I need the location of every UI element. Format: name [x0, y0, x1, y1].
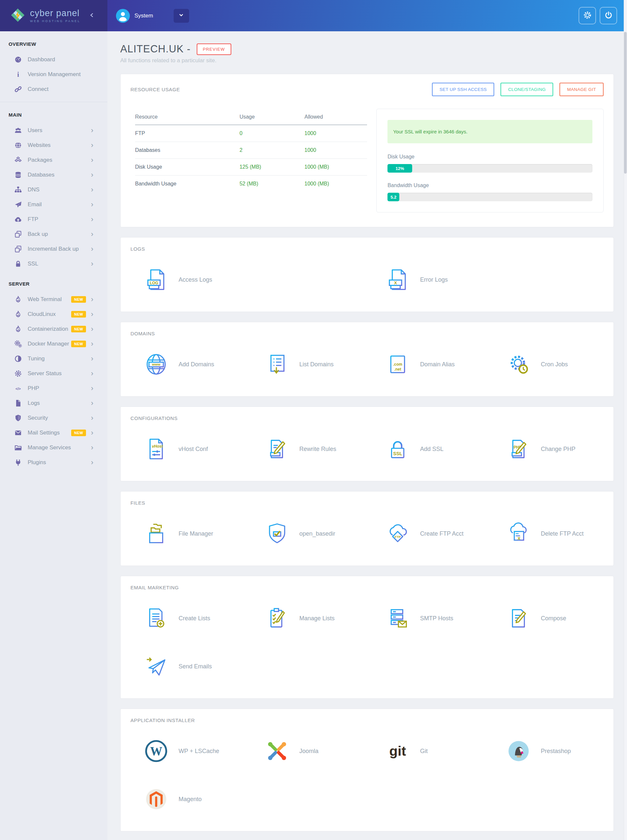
database-icon — [13, 171, 23, 179]
feature-compose[interactable]: Compose — [493, 594, 614, 642]
lock-icon — [13, 260, 23, 268]
column-header: Resource — [135, 110, 239, 125]
sidebar-item-websites[interactable]: Websites› — [0, 138, 107, 153]
disk-usage-label: Disk Usage — [388, 154, 592, 160]
feature-add-ssl[interactable]: SSLAdd SSL — [372, 425, 493, 473]
feature-label: Delete FTP Acct — [541, 530, 584, 537]
table-cell: Disk Usage — [135, 159, 239, 176]
sidebar-collapse-button[interactable] — [88, 11, 96, 20]
feature-list-domains[interactable]: List Domains — [251, 340, 372, 389]
feature-access-logs[interactable]: LOGAccess Logs — [131, 256, 251, 304]
joomla-icon — [265, 739, 289, 763]
sidebar-item-incremental-back-up[interactable]: Incremental Back up› — [0, 241, 107, 256]
sidebar-item-dashboard[interactable]: Dashboard — [0, 52, 107, 67]
create-lists-icon — [144, 606, 168, 630]
sidebar-section: MAINUsers›Websites›Packages›Databases›DN… — [0, 102, 107, 271]
plug-icon — [13, 459, 23, 466]
sidebar-item-cloudlinux[interactable]: CloudLinuxNEW› — [0, 307, 107, 321]
sidebar-item-security[interactable]: Security› — [0, 411, 107, 425]
wordpress-icon: W — [144, 739, 168, 763]
change-php-icon: PHP — [507, 437, 531, 461]
feature-create-lists[interactable]: Create Lists — [131, 594, 251, 642]
feature-grid: LOGAccess LogsXError Logs — [131, 252, 613, 304]
sidebar-item-plugins[interactable]: Plugins› — [0, 455, 107, 470]
table-cell: 2 — [239, 142, 304, 159]
disk-usage-bar: 12% — [388, 164, 592, 173]
feature-label: Access Logs — [179, 276, 212, 283]
sidebar-item-ssl[interactable]: SSL› — [0, 256, 107, 271]
feature-prestashop[interactable]: Prestashop — [493, 727, 614, 775]
sidebar-item-dns[interactable]: DNS› — [0, 182, 107, 197]
feature-send-emails[interactable]: Send Emails — [131, 642, 251, 691]
user-menu[interactable]: System — [116, 9, 153, 23]
sidebar-item-containerization[interactable]: ContainerizationNEW› — [0, 321, 107, 336]
svg-text:FTP: FTP — [395, 535, 401, 539]
open-basedir-icon — [265, 522, 289, 546]
section-card-files: FILESFile Manageropen_basedirFTPCreate F… — [120, 491, 614, 566]
page-title: ALITECH.UK - — [120, 43, 191, 55]
resource-action-buttons: SET UP SSH ACCESSCLONE/STAGINGMANAGE GIT — [432, 83, 603, 96]
feature-smtp-hosts[interactable]: SMTP Hosts — [372, 594, 493, 642]
sidebar-item-back-up[interactable]: Back up› — [0, 227, 107, 241]
feature-manage-lists[interactable]: Manage Lists — [251, 594, 372, 642]
feature-file-manager[interactable]: File Manager — [131, 510, 251, 558]
settings-button[interactable] — [578, 7, 596, 24]
fire-icon — [13, 325, 23, 333]
sidebar-item-web-terminal[interactable]: Web TerminalNEW› — [0, 292, 107, 307]
column-header: Allowed — [304, 110, 367, 125]
feature-add-domains[interactable]: wwwAdd Domains — [131, 340, 251, 389]
clone-staging-button[interactable]: CLONE/STAGING — [501, 83, 553, 96]
logout-button[interactable] — [600, 7, 617, 24]
sidebar-item-tuning[interactable]: Tuning› — [0, 351, 107, 366]
sidebar-item-server-status[interactable]: Server Status› — [0, 366, 107, 381]
sidebar-item-ftp[interactable]: FTP› — [0, 212, 107, 227]
sidebar-item-manage-services[interactable]: Manage Services› — [0, 440, 107, 455]
feature-open-basedir[interactable]: open_basedir — [251, 510, 372, 558]
table-row: Bandwidth Usage52 (MB)1000 (MB) — [135, 176, 367, 192]
sidebar-item-label: Logs — [28, 400, 40, 406]
sidebar-item-connect[interactable]: Connect — [0, 82, 107, 96]
feature-grid: Create ListsManage ListsSMTP HostsCompos… — [131, 590, 613, 691]
scrollbar-thumb[interactable] — [624, 32, 627, 174]
feature-error-logs[interactable]: XError Logs — [372, 256, 493, 304]
feature-joomla[interactable]: Joomla — [251, 727, 372, 775]
sidebar-item-version-management[interactable]: iVersion Management — [0, 67, 107, 82]
sidebar-item-label: DNS — [28, 186, 39, 193]
feature-vhost-conf[interactable]: vHostvHost Conf — [131, 425, 251, 473]
sidebar-item-packages[interactable]: Packages› — [0, 153, 107, 167]
sidebar-item-logs[interactable]: Logs› — [0, 396, 107, 411]
feature-domain-alias[interactable]: .com.netDomain Alias — [372, 340, 493, 389]
manage-git-button[interactable]: MANAGE GIT — [559, 83, 603, 96]
fire-icon — [13, 296, 23, 304]
feature-git[interactable]: gitGit — [372, 727, 493, 775]
sidebar-item-mail-settings[interactable]: Mail SettingsNEW› — [0, 425, 107, 440]
sidebar-item-docker-manager[interactable]: Docker ManagerNEW› — [0, 336, 107, 351]
feature-wp-lscache[interactable]: WWP + LSCache — [131, 727, 251, 775]
preview-button[interactable]: PREVIEW — [197, 44, 231, 55]
feature-label: Send Emails — [179, 663, 212, 670]
feature-change-php[interactable]: PHPChange PHP — [493, 425, 614, 473]
feature-cron-jobs[interactable]: Cron Jobs — [493, 340, 614, 389]
sidebar-item-php[interactable]: </>PHP› — [0, 381, 107, 396]
sidebar-item-databases[interactable]: Databases› — [0, 167, 107, 182]
link-icon — [13, 85, 23, 93]
feature-grid: wwwAdd DomainsList Domains.com.netDomain… — [131, 336, 613, 389]
bandwidth-usage-fill: 5.2 — [388, 193, 399, 201]
sidebar-item-label: Server Status — [28, 370, 61, 377]
svg-text:SSL: SSL — [393, 451, 402, 456]
set-up-ssh-access-button[interactable]: SET UP SSH ACCESS — [432, 83, 494, 96]
feature-create-ftp-acct[interactable]: FTPCreate FTP Acct — [372, 510, 493, 558]
svg-text:X: X — [517, 536, 520, 541]
user-menu-dropdown-button[interactable] — [173, 9, 189, 23]
scrollbar[interactable] — [624, 0, 627, 840]
feature-label: Create FTP Acct — [420, 530, 463, 537]
feature-rewrite-rules[interactable]: Rewrite Rules — [251, 425, 372, 473]
sidebar-item-users[interactable]: Users› — [0, 123, 107, 138]
feature-magento[interactable]: Magento — [131, 775, 251, 823]
chevron-right-icon: › — [91, 444, 93, 451]
sidebar-item-label: CloudLinux — [28, 311, 56, 318]
feature-delete-ftp-acct[interactable]: XDelete FTP Acct — [493, 510, 614, 558]
brand-tagline: WEB HOSTING PANEL — [30, 19, 80, 23]
magento-icon — [144, 787, 168, 811]
sidebar-item-email[interactable]: Email› — [0, 197, 107, 212]
